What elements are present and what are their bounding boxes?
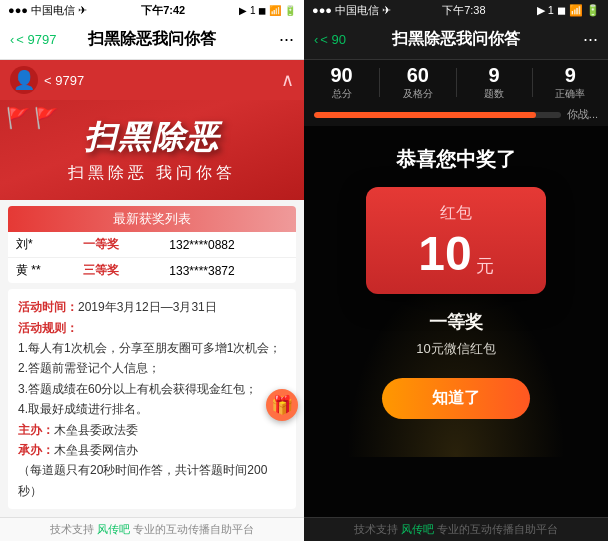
right-time: 下午7:38 bbox=[442, 3, 485, 18]
gift-icon[interactable]: 🎁 bbox=[266, 389, 298, 421]
note: （每道题只有20秒时间作答，共计答题时间200秒） bbox=[18, 460, 286, 501]
prize-level: 三等奖 bbox=[75, 258, 161, 284]
left-bottom-text: 技术支持 风传吧 专业的互动传播自助平台 bbox=[50, 523, 254, 535]
winner-table: 刘* 一等奖 132****0882 黄 ** 三等奖 133****3872 bbox=[8, 232, 296, 283]
left-back-label: < 9797 bbox=[16, 32, 56, 47]
table-row: 黄 ** 三等奖 133****3872 bbox=[8, 258, 296, 284]
left-content: 👤 < 9797 ∧ 🚩 🚩 扫黑除恶 扫黑除恶 我问你答 最新获奖列表 刘* … bbox=[0, 60, 304, 517]
score-count: 9 题数 bbox=[457, 64, 532, 101]
user-bar: 👤 < 9797 ∧ bbox=[0, 60, 304, 100]
prize-desc: 10元微信红包 bbox=[416, 340, 495, 358]
progress-bar bbox=[314, 112, 561, 118]
score-total-label: 总分 bbox=[304, 87, 379, 101]
winner-header: 最新获奖列表 bbox=[8, 206, 296, 232]
hero-title: 扫黑除恶 bbox=[84, 120, 220, 155]
score-pass-label: 及格分 bbox=[380, 87, 455, 101]
red-packet-card: 红包 10 元 bbox=[366, 187, 546, 294]
score-total-value: 90 bbox=[304, 64, 379, 87]
right-back-button[interactable]: ‹ < 90 bbox=[314, 32, 346, 47]
right-nav-bar: ‹ < 90 扫黑除恶我问你答 ··· bbox=[304, 20, 608, 60]
host: 木垒县委网信办 bbox=[54, 443, 138, 457]
rule-3: 3.答题成绩在60分以上有机会获得现金红包； bbox=[18, 379, 286, 399]
red-packet-unit: 元 bbox=[476, 254, 494, 278]
info-section: 活动时间：2019年3月12日—3月31日 活动规则： 1.每人有1次机会，分享… bbox=[8, 289, 296, 509]
score-pass-value: 60 bbox=[380, 64, 455, 87]
activity-time: 2019年3月12日—3月31日 bbox=[78, 300, 217, 314]
table-row: 刘* 一等奖 132****0882 bbox=[8, 232, 296, 258]
winner-name: 黄 ** bbox=[8, 258, 75, 284]
right-panel: ●●● 中国电信 ✈ 下午7:38 ▶ 1 ◼ 📶 🔋 ‹ < 90 扫黑除恶我… bbox=[304, 0, 608, 541]
activity-time-label: 活动时间： bbox=[18, 300, 78, 314]
left-status-icons: ▶ 1 ◼ 📶 🔋 bbox=[239, 5, 296, 16]
left-nav-title: 扫黑除恶我问你答 bbox=[88, 29, 216, 50]
avatar: 👤 bbox=[10, 66, 38, 94]
amount-row: 10 元 bbox=[418, 230, 493, 278]
score-correct-value: 9 bbox=[533, 64, 608, 87]
right-more-button[interactable]: ··· bbox=[583, 29, 598, 50]
progress-row: 你战... bbox=[304, 105, 608, 126]
rule-4: 4.取最好成绩进行排名。 bbox=[18, 399, 286, 419]
score-count-value: 9 bbox=[457, 64, 532, 87]
right-nav-title: 扫黑除恶我问你答 bbox=[392, 29, 520, 50]
left-nav-bar: ‹ < 9797 扫黑除恶我问你答 ··· bbox=[0, 20, 304, 60]
left-back-button[interactable]: ‹ < 9797 bbox=[10, 32, 56, 47]
scores-row: 90 总分 60 及格分 9 题数 9 正确率 bbox=[304, 60, 608, 105]
organizer: 木垒县委政法委 bbox=[54, 423, 138, 437]
progress-text: 你战... bbox=[567, 107, 598, 122]
score-correct: 9 正确率 bbox=[533, 64, 608, 101]
rule-2: 2.答题前需登记个人信息； bbox=[18, 358, 286, 378]
winner-phone: 132****0882 bbox=[161, 232, 296, 258]
left-bottom-bar: 技术支持 风传吧 专业的互动传播自助平台 bbox=[0, 517, 304, 541]
hero-banner: 🚩 🚩 扫黑除恶 扫黑除恶 我问你答 bbox=[0, 100, 304, 200]
score-pass: 60 及格分 bbox=[380, 64, 455, 101]
left-carrier: ●●● 中国电信 ✈ bbox=[8, 3, 87, 18]
score-count-label: 题数 bbox=[457, 87, 532, 101]
know-button[interactable]: 知道了 bbox=[382, 378, 530, 419]
score-correct-label: 正确率 bbox=[533, 87, 608, 101]
left-more-button[interactable]: ··· bbox=[279, 29, 294, 50]
rules-label: 活动规则： bbox=[18, 321, 78, 335]
right-status-bar: ●●● 中国电信 ✈ 下午7:38 ▶ 1 ◼ 📶 🔋 bbox=[304, 0, 608, 20]
up-arrow-icon: ∧ bbox=[281, 69, 294, 91]
hero-subtitle: 扫黑除恶 我问你答 bbox=[68, 163, 236, 184]
winner-section: 最新获奖列表 刘* 一等奖 132****0882 黄 ** 三等奖 133**… bbox=[8, 206, 296, 283]
win-overlay: 恭喜您中奖了 红包 10 元 一等奖 10元微信红包 知道了 bbox=[304, 126, 608, 517]
rule-1: 1.每人有1次机会，分享至朋友圈可多增1次机会； bbox=[18, 338, 286, 358]
brand-name[interactable]: 风传吧 bbox=[97, 523, 130, 535]
spotlight-effect bbox=[346, 277, 566, 457]
left-status-bar: ●●● 中国电信 ✈ 下午7:42 ▶ 1 ◼ 📶 🔋 bbox=[0, 0, 304, 20]
user-id: < 9797 bbox=[44, 73, 84, 88]
right-bottom-text: 技术支持 风传吧 专业的互动传播自助平台 bbox=[354, 523, 558, 535]
right-chevron-left-icon: ‹ bbox=[314, 32, 318, 47]
right-brand-name[interactable]: 风传吧 bbox=[401, 523, 434, 535]
left-time: 下午7:42 bbox=[141, 3, 185, 18]
host-label: 承办： bbox=[18, 443, 54, 457]
winner-name: 刘* bbox=[8, 232, 75, 258]
right-back-label: < 90 bbox=[320, 32, 346, 47]
prize-level: 一等奖 bbox=[75, 232, 161, 258]
red-packet-label: 红包 bbox=[440, 203, 472, 224]
right-carrier: ●●● 中国电信 ✈ bbox=[312, 3, 391, 18]
organizer-label: 主办： bbox=[18, 423, 54, 437]
score-total: 90 总分 bbox=[304, 64, 379, 101]
left-panel: ●●● 中国电信 ✈ 下午7:42 ▶ 1 ◼ 📶 🔋 ‹ < 9797 扫黑除… bbox=[0, 0, 304, 541]
right-bottom-bar: 技术支持 风传吧 专业的互动传播自助平台 bbox=[304, 517, 608, 541]
right-status-icons: ▶ 1 ◼ 📶 🔋 bbox=[537, 4, 600, 17]
chevron-left-icon: ‹ bbox=[10, 32, 14, 47]
prize-name: 一等奖 bbox=[429, 310, 483, 334]
progress-fill bbox=[314, 112, 536, 118]
winner-phone: 133****3872 bbox=[161, 258, 296, 284]
win-title: 恭喜您中奖了 bbox=[396, 146, 516, 173]
red-packet-amount: 10 bbox=[418, 230, 471, 278]
